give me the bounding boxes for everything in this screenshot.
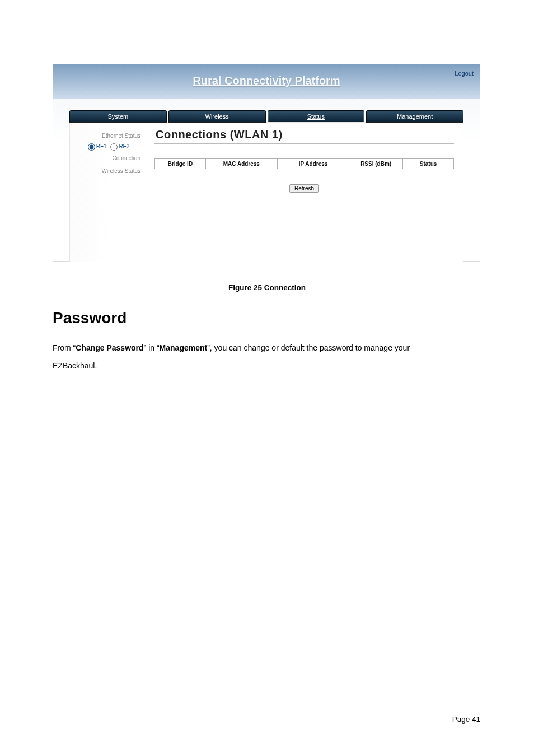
tab-management[interactable]: Management <box>366 110 463 122</box>
connections-table: Bridge ID MAC Address IP Address RSSI (d… <box>154 158 454 169</box>
section-heading-password: Password <box>53 309 127 327</box>
para-text-line2: EZBackhaul. <box>53 361 97 370</box>
tab-system[interactable]: System <box>69 110 167 122</box>
col-ip-address: IP Address <box>277 159 349 169</box>
table-header-row: Bridge ID MAC Address IP Address RSSI (d… <box>155 159 454 169</box>
primary-tabbar: System Wireless Status Management <box>69 110 463 122</box>
tab-label: Wireless <box>205 113 229 120</box>
content-area: Ethernet Status RF1 RF2 Connection Wirel… <box>69 122 463 262</box>
page-footer: Page 41 <box>452 715 480 724</box>
tab-wireless[interactable]: Wireless <box>168 110 266 122</box>
col-bridge-id: Bridge ID <box>155 159 206 169</box>
col-rssi-dbm: RSSI (dBm) <box>349 159 403 169</box>
rf1-option[interactable]: RF1 <box>88 143 109 150</box>
refresh-wrap: Refresh <box>154 183 454 193</box>
figure-caption: Figure 25 Connection <box>0 283 534 292</box>
rf1-label: RF1 <box>96 143 107 150</box>
tab-status[interactable]: Status <box>268 110 365 122</box>
logout-link[interactable]: Logout <box>455 70 474 77</box>
title-divider <box>154 143 454 144</box>
rf2-radio[interactable] <box>110 143 118 151</box>
rf2-label: RF2 <box>119 143 129 150</box>
para-text: ” in “ <box>144 343 160 352</box>
main-pane: Connections (WLAN 1) Bridge ID MAC Addre… <box>148 123 463 262</box>
status-sidebar: Ethernet Status RF1 RF2 Connection Wirel… <box>70 123 148 262</box>
app-header: Rural Connectivity Platform Logout <box>53 64 480 99</box>
para-text: ”, you can change or default the passwor… <box>207 343 410 352</box>
body-paragraph: From “Change Password” in “Management”, … <box>53 339 481 375</box>
rf-selector: RF1 RF2 <box>70 142 147 152</box>
app-screenshot: Rural Connectivity Platform Logout Syste… <box>53 64 480 262</box>
rf1-radio[interactable] <box>88 143 95 151</box>
sidebar-item-wireless-status[interactable]: Wireless Status <box>70 165 147 178</box>
para-bold-change-password: Change Password <box>76 343 143 352</box>
col-status: Status <box>403 159 454 169</box>
tab-label: Status <box>307 113 325 120</box>
col-mac-address: MAC Address <box>205 159 277 169</box>
rf2-option[interactable]: RF2 <box>110 143 129 150</box>
para-text: From “ <box>53 343 76 352</box>
para-bold-management: Management <box>160 343 208 352</box>
tab-label: Management <box>397 113 433 120</box>
page-title: Connections (WLAN 1) <box>156 128 454 141</box>
brand-title: Rural Connectivity Platform <box>53 74 480 87</box>
sidebar-item-connection[interactable]: Connection <box>70 152 147 165</box>
tab-label: System <box>108 113 129 120</box>
refresh-button[interactable]: Refresh <box>289 184 319 193</box>
sidebar-item-ethernet-status[interactable]: Ethernet Status <box>70 129 147 142</box>
